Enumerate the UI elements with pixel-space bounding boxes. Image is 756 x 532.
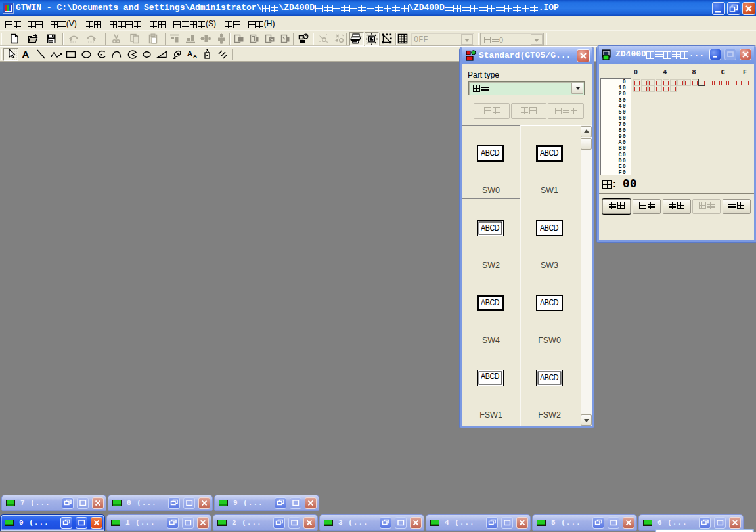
svg-text:A: A xyxy=(22,49,30,60)
svg-text:A: A xyxy=(193,53,198,60)
svg-text:A: A xyxy=(187,49,192,57)
